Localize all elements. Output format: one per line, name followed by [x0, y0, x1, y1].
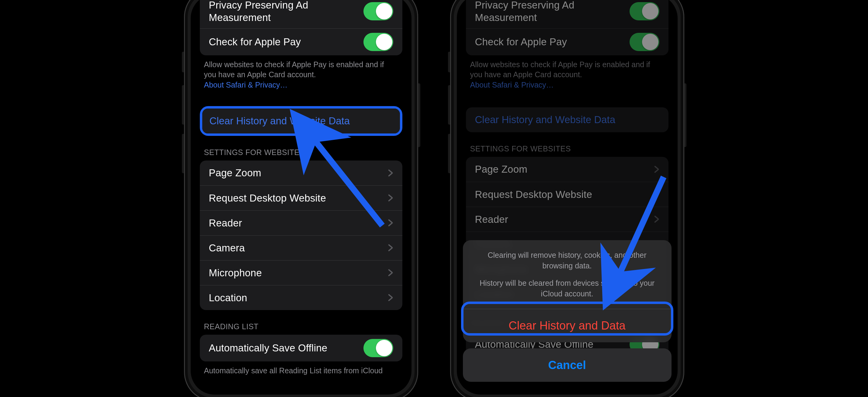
clear-history-label: Clear History and Website Data	[210, 115, 350, 127]
clear-history-highlight: Clear History and Website Data	[200, 106, 402, 136]
phone-right: Privacy Preserving Ad Measurement Check …	[450, 0, 684, 397]
clear-history-button[interactable]: Clear History and Website Data	[466, 107, 669, 132]
button-label: Cancel	[548, 359, 586, 372]
chevron-right-icon	[654, 190, 659, 199]
footer-text: Allow websites to check if Apple Pay is …	[470, 60, 650, 79]
reader-row[interactable]: Reader	[200, 210, 402, 235]
chevron-right-icon	[654, 165, 659, 173]
sheet-message-line: History will be cleared from devices sig…	[477, 278, 657, 299]
settings-for-websites-header: SETTINGS FOR WEBSITES	[191, 136, 411, 161]
chevron-right-icon	[389, 268, 393, 277]
toggle-switch[interactable]	[364, 2, 393, 20]
clear-history-and-data-button[interactable]: Clear History and Data	[463, 309, 672, 342]
settings-for-websites-header: SETTINGS FOR WEBSITES	[457, 132, 678, 157]
chevron-right-icon	[389, 243, 393, 252]
action-sheet: Clearing will remove history, cookies, a…	[463, 240, 672, 382]
row-label: Check for Apple Pay	[209, 36, 301, 48]
row-label: Request Desktop Website	[475, 188, 592, 201]
chevron-right-icon	[389, 293, 393, 302]
action-sheet-card: Clearing will remove history, cookies, a…	[463, 240, 672, 342]
row-label: Page Zoom	[475, 163, 527, 175]
privacy-ad-measurement-row[interactable]: Privacy Preserving Ad Measurement	[200, 0, 402, 28]
sheet-message-line: Clearing will remove history, cookies, a…	[477, 250, 657, 271]
toggle-switch[interactable]	[364, 339, 393, 357]
auto-save-offline-row[interactable]: Automatically Save Offline	[200, 335, 402, 361]
section-footer: Allow websites to check if Apple Pay is …	[457, 55, 678, 90]
section-footer: Automatically save all Reading List item…	[191, 361, 411, 376]
row-label: Page Zoom	[209, 167, 261, 179]
row-label: Camera	[209, 242, 245, 254]
button-label: Clear History and Data	[508, 319, 625, 332]
chevron-right-icon	[389, 194, 393, 202]
row-label: Reader	[475, 213, 508, 226]
chevron-right-icon	[389, 219, 393, 227]
request-desktop-row[interactable]: Request Desktop Website	[466, 182, 669, 207]
row-label: Microphone	[209, 267, 262, 279]
page-zoom-row[interactable]: Page Zoom	[200, 161, 402, 186]
row-label: Location	[209, 292, 247, 304]
chevron-right-icon	[654, 215, 659, 224]
check-apple-pay-row[interactable]: Check for Apple Pay	[200, 28, 402, 55]
row-label: Privacy Preserving Ad Measurement	[209, 0, 364, 24]
about-safari-privacy-link[interactable]: About Safari & Privacy…	[204, 80, 288, 89]
action-sheet-message: Clearing will remove history, cookies, a…	[463, 240, 672, 309]
chevron-right-icon	[389, 169, 393, 177]
toggle-switch[interactable]	[629, 2, 659, 20]
location-row[interactable]: Location	[200, 285, 402, 310]
clear-history-button[interactable]: Clear History and Website Data	[202, 108, 400, 133]
reader-row[interactable]: Reader	[466, 207, 669, 232]
footer-text: Allow websites to check if Apple Pay is …	[204, 60, 384, 79]
cancel-button[interactable]: Cancel	[463, 349, 672, 382]
clear-history-label: Clear History and Website Data	[475, 114, 616, 126]
row-label: Automatically Save Offline	[209, 342, 328, 354]
privacy-ad-measurement-row[interactable]: Privacy Preserving Ad Measurement	[466, 0, 669, 28]
row-label: Request Desktop Website	[209, 192, 326, 204]
reading-list-header: READING LIST	[191, 310, 411, 335]
camera-row[interactable]: Camera	[200, 235, 402, 260]
section-footer: Allow websites to check if Apple Pay is …	[191, 55, 411, 90]
check-apple-pay-row[interactable]: Check for Apple Pay	[466, 28, 669, 55]
toggle-switch[interactable]	[364, 33, 393, 51]
row-label: Check for Apple Pay	[475, 36, 567, 48]
row-label: Privacy Preserving Ad Measurement	[475, 0, 629, 24]
about-safari-privacy-link[interactable]: About Safari & Privacy…	[470, 80, 554, 89]
footer-text: Automatically save all Reading List item…	[204, 366, 383, 375]
page-zoom-row[interactable]: Page Zoom	[466, 157, 669, 182]
phone-left: Privacy Preserving Ad Measurement Check …	[184, 0, 418, 397]
toggle-switch[interactable]	[629, 33, 659, 51]
row-label: Reader	[209, 217, 242, 229]
microphone-row[interactable]: Microphone	[200, 260, 402, 285]
request-desktop-row[interactable]: Request Desktop Website	[200, 186, 402, 210]
